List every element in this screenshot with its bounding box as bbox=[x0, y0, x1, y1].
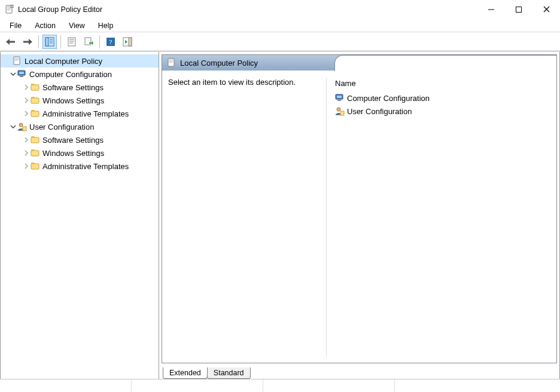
detail-area: Local Computer Policy Select an item to … bbox=[162, 54, 557, 363]
expander-right-icon[interactable] bbox=[22, 149, 31, 157]
svg-point-36 bbox=[19, 123, 23, 127]
tree-node-user-config[interactable]: User Configuration bbox=[1, 120, 159, 133]
svg-rect-4 bbox=[7, 10, 10, 10]
tab-extended[interactable]: Extended bbox=[163, 368, 208, 379]
expander-right-icon[interactable] bbox=[22, 109, 31, 118]
status-cell bbox=[395, 379, 560, 392]
back-button[interactable] bbox=[4, 35, 18, 49]
status-cell bbox=[0, 379, 132, 392]
policy-icon bbox=[167, 58, 176, 68]
svg-rect-32 bbox=[20, 76, 23, 77]
svg-rect-31 bbox=[19, 72, 24, 74]
window-title: Local Group Policy Editor bbox=[18, 5, 102, 14]
list-item-label: User Configuration bbox=[347, 107, 412, 116]
expander-down-icon[interactable] bbox=[9, 122, 17, 131]
tree-node-admin-templates[interactable]: Administrative Templates bbox=[1, 107, 159, 120]
expander-right-icon[interactable] bbox=[22, 162, 31, 170]
tree-node-computer-config[interactable]: Computer Configuration bbox=[1, 68, 159, 81]
policy-icon bbox=[13, 56, 22, 66]
toolbar-separator bbox=[60, 35, 61, 48]
svg-rect-27 bbox=[15, 58, 19, 59]
properties-button[interactable] bbox=[65, 35, 79, 49]
maximize-button[interactable] bbox=[505, 0, 532, 19]
svg-rect-5 bbox=[11, 5, 13, 7]
title-bar: Local Group Policy Editor bbox=[0, 0, 560, 19]
list-column: Name Computer Configuration bbox=[326, 78, 550, 357]
show-hide-tree-button[interactable] bbox=[42, 35, 57, 49]
svg-rect-37 bbox=[23, 127, 26, 131]
detail-header-title: Local Computer Policy bbox=[180, 59, 258, 68]
svg-rect-21 bbox=[85, 38, 91, 45]
status-cell bbox=[132, 379, 263, 392]
tree-pane[interactable]: Local Computer Policy bbox=[0, 52, 159, 379]
close-button[interactable] bbox=[532, 0, 560, 19]
folder-icon bbox=[31, 161, 40, 171]
tree-node-software-settings[interactable]: Software Settings bbox=[1, 133, 159, 146]
forward-button[interactable] bbox=[20, 35, 35, 49]
menu-view[interactable]: View bbox=[63, 20, 91, 31]
tree-node-root[interactable]: Local Computer Policy bbox=[1, 54, 159, 68]
svg-rect-39 bbox=[31, 151, 39, 156]
user-config-icon bbox=[335, 106, 345, 116]
description-text: Select an item to view its description. bbox=[168, 78, 296, 87]
svg-rect-49 bbox=[340, 111, 344, 115]
svg-rect-1 bbox=[7, 6, 11, 7]
folder-icon bbox=[31, 96, 40, 105]
user-config-icon bbox=[17, 122, 27, 131]
tree-node-label: Computer Configuration bbox=[29, 70, 112, 79]
tree-node-label: Local Computer Policy bbox=[25, 57, 102, 66]
folder-icon bbox=[31, 109, 40, 118]
tree-node-software-settings[interactable]: Software Settings bbox=[1, 81, 159, 94]
menu-file[interactable]: File bbox=[4, 20, 28, 31]
svg-rect-25 bbox=[129, 38, 132, 46]
tree-node-admin-templates[interactable]: Administrative Templates bbox=[1, 160, 159, 173]
computer-config-icon bbox=[335, 93, 345, 103]
svg-rect-47 bbox=[337, 100, 341, 101]
svg-rect-7 bbox=[516, 7, 522, 12]
detail-body: Select an item to view its description. … bbox=[162, 71, 556, 363]
toolbar: ? bbox=[0, 32, 560, 51]
tree-node-label: Software Settings bbox=[42, 136, 104, 145]
computer-config-icon bbox=[17, 69, 27, 79]
tree-node-windows-settings[interactable]: Windows Settings bbox=[1, 146, 159, 160]
menu-bar: File Action View Help bbox=[0, 19, 560, 32]
svg-rect-29 bbox=[15, 60, 18, 61]
expander-right-icon[interactable] bbox=[22, 96, 31, 105]
expander-right-icon[interactable] bbox=[22, 83, 31, 91]
export-list-button[interactable] bbox=[81, 35, 96, 49]
help-button[interactable]: ? bbox=[104, 35, 118, 49]
minimize-button[interactable] bbox=[477, 0, 505, 19]
column-header-name[interactable]: Name bbox=[333, 78, 550, 91]
svg-rect-2 bbox=[7, 7, 11, 8]
svg-point-48 bbox=[337, 108, 340, 111]
svg-rect-11 bbox=[23, 41, 29, 42]
svg-rect-17 bbox=[68, 38, 75, 46]
tabs-row: Extended Standard bbox=[159, 366, 559, 379]
toolbar-separator bbox=[99, 35, 100, 48]
list-item-computer-config[interactable]: Computer Configuration bbox=[333, 91, 550, 105]
svg-text:?: ? bbox=[109, 38, 112, 45]
tree-node-label: Windows Settings bbox=[42, 149, 104, 158]
tree-node-windows-settings[interactable]: Windows Settings bbox=[1, 94, 159, 107]
svg-rect-44 bbox=[169, 62, 172, 63]
list-item-label: Computer Configuration bbox=[347, 94, 430, 103]
svg-rect-33 bbox=[31, 85, 39, 90]
menu-action[interactable]: Action bbox=[29, 20, 62, 31]
status-cell bbox=[263, 379, 395, 392]
menu-help[interactable]: Help bbox=[92, 20, 120, 31]
svg-rect-38 bbox=[31, 137, 39, 143]
tab-standard[interactable]: Standard bbox=[207, 368, 251, 379]
toolbar-separator bbox=[38, 35, 39, 48]
window-controls bbox=[477, 0, 560, 19]
tree-node-label: Administrative Templates bbox=[42, 109, 129, 118]
folder-icon bbox=[31, 148, 40, 158]
svg-rect-43 bbox=[169, 61, 174, 62]
main-area: Local Computer Policy bbox=[0, 51, 560, 379]
svg-rect-46 bbox=[337, 96, 342, 98]
show-hide-action-pane-button[interactable] bbox=[120, 35, 135, 49]
svg-rect-40 bbox=[31, 164, 39, 169]
expander-right-icon[interactable] bbox=[22, 136, 31, 144]
list-item-user-config[interactable]: User Configuration bbox=[333, 105, 550, 118]
folder-icon bbox=[31, 135, 40, 145]
expander-down-icon[interactable] bbox=[9, 70, 17, 78]
